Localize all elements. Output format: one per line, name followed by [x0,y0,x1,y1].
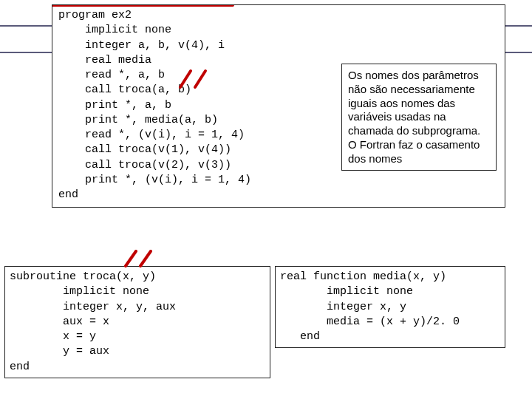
code-line: real function media(x, y) [280,270,500,284]
code-line: media = (x + y)/2. 0 [280,315,500,330]
code-line: integer a, b, v(4), i [58,38,499,53]
code-line: implicit none [10,284,265,299]
code-line: implicit none [58,23,499,38]
callout-text: Os nomes dos parâmetros não são necessar… [348,69,480,165]
arrow-stroke-icon [126,251,136,266]
function-box: real function media(x, y) implicit none … [275,266,505,348]
subroutine-box: subroutine troca(x, y) implicit none int… [4,266,270,378]
code-line: implicit none [280,284,500,299]
code-line: subroutine troca(x, y) [10,270,265,284]
code-line: y = aux [10,344,265,359]
code-line: integer x, y [280,300,500,315]
arrow-stroke-icon [140,251,151,266]
code-line: end [58,188,499,202]
code-line: end [10,360,265,375]
code-line: integer x, y, aux [10,300,265,315]
code-line: program ex2 [58,8,499,23]
explanation-callout: Os nomes dos parâmetros não são necessar… [341,64,497,171]
code-line: x = y [10,330,265,344]
code-line: print *, (v(i), i = 1, 4) [58,173,499,188]
code-line: aux = x [10,315,265,330]
code-line: end [280,330,500,344]
